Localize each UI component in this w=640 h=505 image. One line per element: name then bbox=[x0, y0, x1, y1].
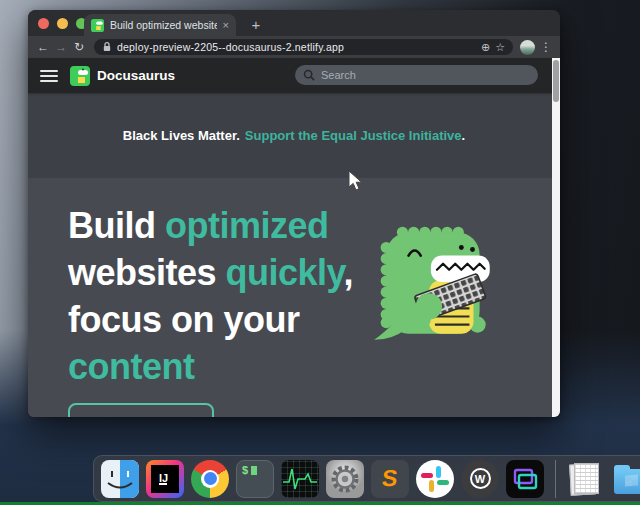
scrollbar-thumb[interactable] bbox=[553, 60, 559, 102]
site-brand[interactable]: Docusaurus bbox=[70, 66, 175, 86]
terminal-icon[interactable]: $ bbox=[236, 460, 274, 498]
announcement-text: Black Lives Matter. bbox=[123, 128, 240, 143]
browser-window: Build optimized websites quick × + ← → ↻… bbox=[28, 10, 560, 417]
lock-icon bbox=[102, 41, 112, 53]
tab-strip: Build optimized websites quick × + bbox=[28, 10, 560, 36]
site-title: Docusaurus bbox=[97, 68, 175, 83]
mouse-cursor bbox=[348, 170, 364, 192]
search-input[interactable] bbox=[321, 69, 501, 81]
address-bar[interactable]: deploy-preview-2205--docusaurus-2.netlif… bbox=[94, 39, 513, 55]
announcement-link[interactable]: Support the Equal Justice Initiative bbox=[245, 128, 462, 143]
profile-avatar[interactable] bbox=[520, 40, 535, 55]
docusaurus-logo-icon bbox=[70, 66, 90, 86]
announcement-bar: Black Lives Matter. Support the Equal Ju… bbox=[28, 93, 560, 178]
page-content: Docusaurus Black Lives Matter. Support t… bbox=[28, 58, 560, 417]
downloads-folder-icon[interactable] bbox=[612, 460, 640, 498]
announcement-suffix: . bbox=[462, 128, 466, 143]
new-tab-button[interactable]: + bbox=[246, 15, 266, 35]
docusaurus-favicon bbox=[91, 19, 104, 32]
back-icon[interactable]: ← bbox=[34, 36, 52, 58]
page-scrollbar[interactable] bbox=[552, 58, 560, 417]
page-zoom-icon[interactable]: ⊕ bbox=[481, 42, 490, 53]
sublime-glyph: S bbox=[381, 465, 399, 492]
terminal-glyph: $ bbox=[242, 464, 248, 476]
search-icon bbox=[303, 69, 315, 81]
intellij-idea-icon[interactable]: IJ bbox=[146, 460, 184, 498]
url-text: deploy-preview-2205--docusaurus-2.netlif… bbox=[117, 41, 476, 53]
forward-icon[interactable]: → bbox=[52, 36, 70, 58]
hero-section: Build optimized websites quickly, focus … bbox=[28, 178, 560, 417]
chrome-icon[interactable] bbox=[191, 460, 229, 498]
site-navbar: Docusaurus bbox=[28, 58, 560, 93]
window-manager-icon[interactable] bbox=[506, 460, 544, 498]
minimize-window-button[interactable] bbox=[57, 18, 68, 29]
close-window-button[interactable] bbox=[38, 18, 49, 29]
docusaurus-mascot-illustration bbox=[372, 220, 506, 346]
tab-title: Build optimized websites quick bbox=[110, 19, 217, 31]
browser-tab[interactable]: Build optimized websites quick × bbox=[84, 14, 236, 36]
browser-menu-icon[interactable]: ⋮ bbox=[539, 36, 553, 58]
activity-monitor-icon[interactable] bbox=[281, 460, 319, 498]
browser-toolbar: ← → ↻ deploy-preview-2205--docusaurus-2.… bbox=[28, 36, 560, 58]
desktop: Build optimized websites quick × + ← → ↻… bbox=[0, 0, 640, 505]
workplace-glyph: W bbox=[475, 473, 485, 485]
get-started-button[interactable] bbox=[68, 403, 214, 417]
finder-icon[interactable] bbox=[101, 460, 139, 498]
window-controls bbox=[38, 18, 87, 29]
dock: IJ $ S bbox=[93, 455, 640, 502]
dock-divider bbox=[555, 460, 556, 498]
search-box[interactable] bbox=[295, 65, 538, 85]
tab-close-icon[interactable]: × bbox=[223, 20, 229, 31]
hamburger-menu-icon[interactable] bbox=[40, 70, 58, 82]
reload-icon[interactable]: ↻ bbox=[70, 36, 88, 58]
system-preferences-icon[interactable] bbox=[326, 460, 364, 498]
workplace-icon[interactable]: W bbox=[461, 460, 499, 498]
slack-icon[interactable] bbox=[416, 460, 454, 498]
documents-stack-icon[interactable] bbox=[567, 460, 605, 498]
sublime-text-icon[interactable]: S bbox=[371, 460, 409, 498]
bookmark-star-icon[interactable]: ☆ bbox=[495, 42, 505, 53]
hero-title: Build optimized websites quickly, focus … bbox=[68, 202, 384, 390]
